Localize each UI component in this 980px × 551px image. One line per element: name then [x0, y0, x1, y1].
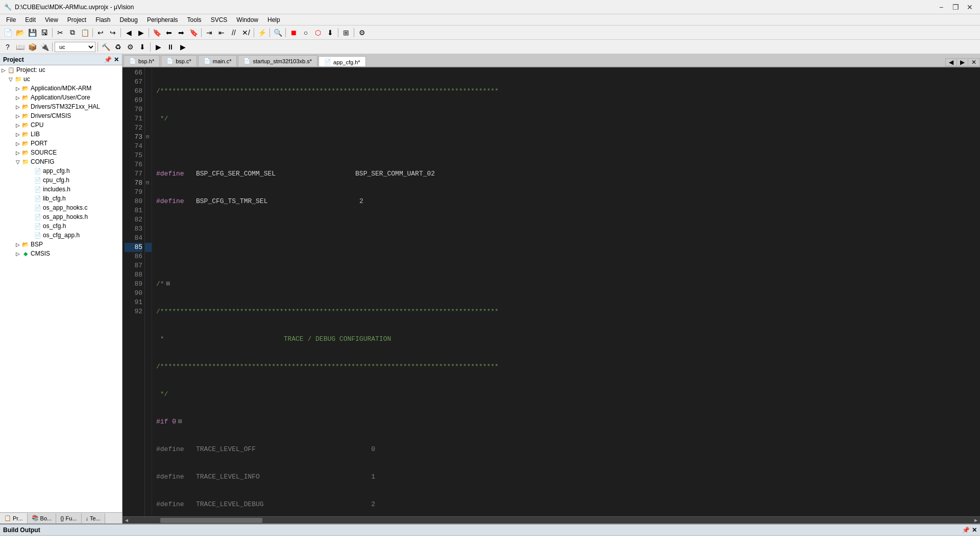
menu-svcs[interactable]: SVCS: [207, 15, 232, 24]
menu-peripherals[interactable]: Peripherals: [143, 15, 182, 24]
next-bookmark-button[interactable]: ➡: [176, 27, 187, 38]
tree-app-user[interactable]: ▷ 📂 Application/User/Core: [0, 93, 122, 102]
tab-startup[interactable]: 📄 startup_stm32f103xb.s*: [238, 55, 317, 66]
fold-78[interactable]: ⊟: [145, 179, 152, 188]
menu-file[interactable]: File: [2, 15, 20, 24]
debug-session-button[interactable]: ▶: [153, 41, 164, 53]
fold-73[interactable]: ⊟: [145, 133, 152, 142]
tree-uc[interactable]: ▽ 📁 uc: [0, 74, 122, 84]
source-toggle[interactable]: ▷: [14, 149, 21, 156]
config-toggle[interactable]: ▽: [14, 158, 21, 165]
minimize-button[interactable]: −: [935, 2, 947, 12]
editor-area[interactable]: 66 67 68 69 70 71 72 73 74 75 76 77 78 7…: [122, 67, 980, 523]
tab-scroll-left[interactable]: ◀: [945, 58, 957, 66]
tree-app-mdk[interactable]: ▷ 📂 Application/MDK-ARM: [0, 84, 122, 93]
indent-button[interactable]: ⇥: [204, 27, 215, 38]
drivers-cmsis-toggle[interactable]: ▷: [14, 112, 21, 119]
redo-button[interactable]: ↪: [107, 27, 118, 38]
menu-window[interactable]: Window: [232, 15, 262, 24]
tree-config[interactable]: ▽ 📁 CONFIG: [0, 157, 122, 166]
tab-templates[interactable]: ↓ Te...: [82, 513, 105, 523]
run-to-cursor-button[interactable]: ⚡: [256, 27, 267, 38]
scroll-track[interactable]: [130, 518, 973, 523]
tree-includes-h[interactable]: ▷ 📄 includes.h: [0, 185, 122, 194]
lib-toggle[interactable]: ▷: [14, 131, 21, 138]
tab-app-cfg-h[interactable]: 📄 app_cfg.h*: [318, 56, 366, 67]
root-toggle[interactable]: ▷: [0, 66, 7, 73]
tree-os-cfg-app-h[interactable]: ▷ 📄 os_cfg_app.h: [0, 231, 122, 240]
menu-view[interactable]: View: [41, 15, 62, 24]
tree-source[interactable]: ▷ 📂 SOURCE: [0, 148, 122, 157]
project-close-button[interactable]: ✕: [114, 56, 119, 63]
tree-drivers-cmsis[interactable]: ▷ 📂 Drivers/CMSIS: [0, 111, 122, 120]
build-output-pin[interactable]: 📌: [962, 527, 970, 534]
close-button[interactable]: ✕: [964, 2, 976, 12]
save-file-button[interactable]: 💾: [27, 27, 38, 38]
tree-app-cfg-h[interactable]: ▷ 📄 app_cfg.h: [0, 166, 122, 176]
download-button[interactable]: ⬇: [325, 27, 336, 38]
tab-bsp-c[interactable]: 📄 bsp.c*: [161, 55, 197, 66]
paste-button[interactable]: 📋: [79, 27, 90, 38]
menu-flash[interactable]: Flash: [91, 15, 114, 24]
menu-help[interactable]: Help: [263, 15, 284, 24]
tab-books[interactable]: 📚 Bo...: [28, 513, 57, 523]
menu-debug[interactable]: Debug: [116, 15, 142, 24]
nav-forward-button[interactable]: ▶: [135, 27, 146, 38]
app-user-toggle[interactable]: ▷: [14, 94, 21, 101]
scroll-right-btn[interactable]: ▶: [973, 517, 979, 523]
stop-button[interactable]: ⏹: [288, 27, 299, 38]
fold-column[interactable]: ⊟ ⊟: [145, 67, 152, 516]
build-output-close[interactable]: ✕: [972, 527, 977, 534]
tab-project[interactable]: 📋 Pr...: [0, 513, 28, 523]
batch-build-button[interactable]: ⚙: [125, 41, 136, 53]
cmsis-toggle[interactable]: ▷: [14, 250, 21, 257]
tree-port[interactable]: ▷ 📂 PORT: [0, 139, 122, 148]
comment-button[interactable]: //: [228, 27, 239, 38]
tree-os-cfg-h[interactable]: ▷ 📄 os_cfg.h: [0, 221, 122, 231]
flash-download-button[interactable]: ⬇: [137, 41, 148, 53]
tab-bsp-h[interactable]: 📄 bsp.h*: [124, 55, 160, 66]
tab-functions[interactable]: {} Fu...: [56, 513, 81, 523]
editor-scrollbar-h[interactable]: ◀ ▶: [122, 516, 980, 523]
help-button[interactable]: ?: [2, 41, 13, 53]
tab-close-all[interactable]: ✕: [968, 58, 980, 66]
run-button[interactable]: ▶: [177, 41, 188, 53]
reset-button[interactable]: ○: [300, 27, 311, 38]
new-file-button[interactable]: 📄: [2, 27, 13, 38]
project-tree[interactable]: ▷ 📋 Project: uc ▽ 📁 uc ▷ 📂 Application/M…: [0, 65, 122, 512]
build-output-content[interactable]: [0, 536, 980, 551]
open-file-button[interactable]: 📂: [14, 27, 26, 38]
tab-main-c[interactable]: 📄 main.c*: [198, 55, 237, 66]
pack-button[interactable]: 📦: [27, 41, 38, 53]
tree-cpu[interactable]: ▷ 📂 CPU: [0, 120, 122, 130]
unindent-button[interactable]: ⇤: [216, 27, 227, 38]
cut-button[interactable]: ✂: [55, 27, 66, 38]
menu-tools[interactable]: Tools: [183, 15, 206, 24]
app-mdk-toggle[interactable]: ▷: [14, 85, 21, 92]
build-target-button[interactable]: 🔨: [100, 41, 111, 53]
nav-back-button[interactable]: ◀: [123, 27, 134, 38]
rebuild-button[interactable]: ♻: [112, 41, 124, 53]
menu-edit[interactable]: Edit: [21, 15, 40, 24]
target-combo[interactable]: uc: [55, 42, 95, 52]
undo-button[interactable]: ↩: [95, 27, 106, 38]
drivers-stm-toggle[interactable]: ▷: [14, 103, 21, 110]
tree-lib-cfg-h[interactable]: ▷ 📄 lib_cfg.h: [0, 194, 122, 203]
debug-button[interactable]: ⬡: [312, 27, 324, 38]
scroll-left-btn[interactable]: ◀: [124, 517, 130, 523]
tree-cmsis[interactable]: ▷ ◆ CMSIS: [0, 249, 122, 258]
window-button[interactable]: ⊞: [340, 27, 352, 38]
tree-bsp[interactable]: ▷ 📂 BSP: [0, 240, 122, 249]
options-button[interactable]: ⚙: [356, 27, 368, 38]
scroll-thumb[interactable]: [160, 518, 262, 523]
tab-scroll-right[interactable]: ▶: [957, 58, 968, 66]
uc-toggle[interactable]: ▽: [7, 76, 14, 83]
copy-button[interactable]: ⧉: [67, 27, 78, 38]
bsp-toggle[interactable]: ▷: [14, 241, 21, 248]
bookmark-button[interactable]: 🔖: [151, 27, 162, 38]
tree-lib[interactable]: ▷ 📂 LIB: [0, 130, 122, 139]
uncomment-button[interactable]: ✕/: [240, 27, 252, 38]
port-toggle[interactable]: ▷: [14, 140, 21, 147]
cpu-toggle[interactable]: ▷: [14, 121, 21, 129]
clear-bookmark-button[interactable]: 🔖: [188, 27, 199, 38]
